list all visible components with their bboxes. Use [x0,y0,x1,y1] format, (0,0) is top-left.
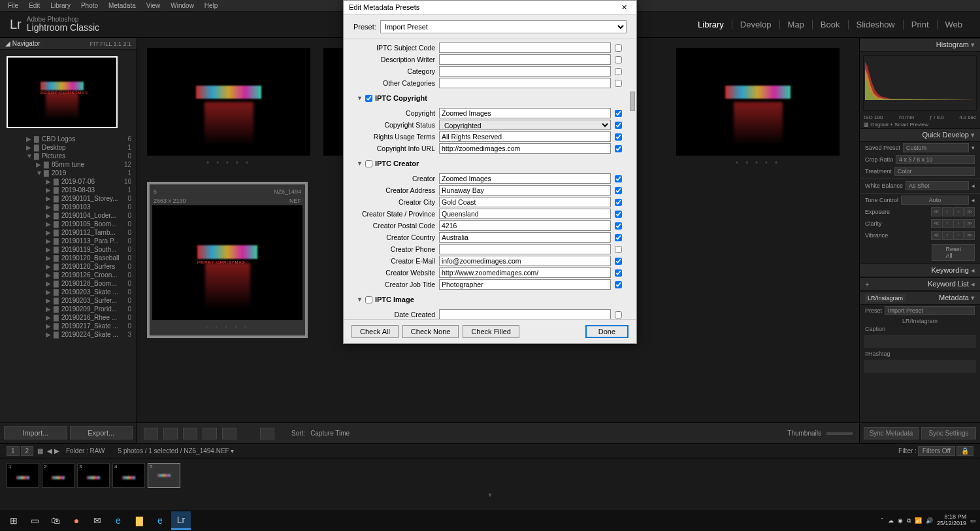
field-include-check[interactable] [615,269,622,277]
thumbnail-size-slider[interactable] [826,432,853,435]
preview-image[interactable]: MERRY CHRISTMAS [7,56,118,128]
folder-row[interactable]: ▶▇Desktop1 [0,143,137,152]
qd-reset[interactable]: Reset All [932,244,975,261]
meta-caption-box[interactable] [864,335,976,348]
filmstrip[interactable]: 1 2 3 4 5 [0,458,980,492]
qd-auto[interactable]: Auto [901,196,969,205]
folder-row[interactable]: ▶▇20190126_Croon...0 [0,271,137,279]
field-input[interactable] [439,197,611,207]
field-include-check[interactable] [615,187,622,194]
field-input[interactable] [439,267,611,278]
folder-row[interactable]: ▶▇20190203_Surfer...0 [0,296,137,305]
metadata-mode[interactable]: LR/Instagram [865,294,906,302]
folder-row[interactable]: ▶▇CBD Logos6 [0,135,137,143]
qd-wb[interactable]: As Shot [906,181,969,190]
tray-cc-icon[interactable]: ◉ [898,517,903,524]
module-slideshow[interactable]: Slideshow [849,20,904,29]
navigator-zoom[interactable]: FIT FILL 1:1 2:1 [90,41,131,47]
sync-metadata-button[interactable]: Sync Metadata [864,427,919,439]
field-include-check[interactable] [615,56,622,63]
close-icon[interactable]: ✕ [617,3,631,12]
folder-row[interactable]: ▶▇20190203_Skate ...0 [0,288,137,296]
tray-up-icon[interactable]: ˄ [881,517,884,524]
survey-view-icon[interactable] [203,428,217,439]
field-include-check[interactable] [615,110,622,117]
menu-metadata[interactable]: Metadata [103,2,141,9]
module-book[interactable]: Book [813,20,849,29]
module-print[interactable]: Print [904,20,938,29]
clock-date[interactable]: 25/12/2019 [937,521,966,527]
grid-thumb[interactable]: • • • • • [676,48,840,169]
menu-help[interactable]: Help [199,2,223,9]
check-all-button[interactable]: Check All [351,325,399,338]
iptc-creator-header[interactable]: IPTC Creator [375,160,419,167]
field-input[interactable] [439,232,611,243]
field-include-check[interactable] [615,44,622,52]
field-include-check[interactable] [615,145,622,152]
grid-thumb[interactable]: • • • • • [147,48,310,169]
import-button[interactable]: Import... [4,426,67,439]
field-input[interactable] [439,78,611,88]
folder-row[interactable]: ▶▇20190112_Tamb...0 [0,228,137,237]
field-include-check[interactable] [615,211,622,218]
field-input[interactable] [439,309,611,320]
field-input[interactable] [439,66,611,77]
tray-onedrive-icon[interactable]: ☁ [888,517,894,524]
film-thumb[interactable]: 2 [42,463,74,488]
field-input[interactable] [439,143,611,154]
task-view-icon[interactable]: ▭ [25,511,44,530]
tray-volume-icon[interactable]: 🔊 [926,517,933,524]
menu-library[interactable]: Library [45,2,76,9]
folder-row[interactable]: ▶▇85mm tune12 [0,160,137,169]
qd-crop[interactable]: 4 x 5 / 8 x 10 [896,155,975,164]
folder-row[interactable]: ▶▇2019-07-0616 [0,177,137,186]
iptc-creator-check[interactable] [365,160,372,167]
film-thumb[interactable]: 3 [77,463,110,488]
lightroom-icon[interactable]: Lr [171,511,191,530]
menu-edit[interactable]: Edit [24,2,45,9]
scrollbar[interactable] [630,92,635,111]
histogram[interactable] [863,55,977,111]
field-input[interactable] [439,43,611,53]
field-input[interactable] [439,209,611,219]
folder-row[interactable]: ▶▇20190105_Boom...0 [0,220,137,228]
film-thumb[interactable]: 4 [112,463,145,488]
loupe-view-icon[interactable] [163,428,178,439]
menu-photo[interactable]: Photo [76,2,103,9]
qd-treat[interactable]: Color [894,167,975,176]
folder-row[interactable]: ▶▇20190224_Skate ...3 [0,330,137,339]
edge-icon[interactable]: e [108,511,128,530]
field-input[interactable] [439,279,611,290]
check-none-button[interactable]: Check None [402,325,459,338]
page-2[interactable]: 2 [21,446,34,456]
notifications-icon[interactable]: ▭ [970,517,976,524]
folder-row[interactable]: ▶▇20190120_Surfers0 [0,262,137,271]
ie-icon[interactable]: e [150,511,170,530]
check-filled-button[interactable]: Check Filled [463,325,519,338]
qd-exposure-btns[interactable]: ≪‹›≫ [931,207,975,216]
people-view-icon[interactable] [222,428,237,439]
field-include-check[interactable] [615,222,622,230]
field-include-check[interactable] [615,175,622,182]
field-include-check[interactable] [615,80,622,87]
folder-row[interactable]: ▶▇201901030 [0,203,137,211]
folder-row[interactable]: ▶▇20190119_South...0 [0,245,137,254]
module-library[interactable]: Library [690,20,732,29]
mail-icon[interactable]: ✉ [88,511,107,530]
field-include-check[interactable] [615,311,622,318]
field-input[interactable] [439,256,611,266]
done-button[interactable]: Done [585,325,629,338]
module-develop[interactable]: Develop [732,20,780,29]
menu-file[interactable]: File [3,2,24,9]
store-icon[interactable]: 🛍 [46,511,65,530]
navigator-header[interactable]: ◢ Navigator FIT FILL 1:1 2:1 [0,38,137,50]
field-input[interactable] [439,185,611,196]
explorer-icon[interactable]: ▇ [129,511,149,530]
qd-vibrance-btns[interactable]: ≪‹›≫ [931,231,975,240]
tray-dropbox-icon[interactable]: ⧉ [907,517,911,524]
folder-row[interactable]: ▶▇20190209_Prorid...0 [0,305,137,313]
folder-row[interactable]: ▶▇20190217_Skate ...0 [0,322,137,330]
folder-row[interactable]: ▼▇20191 [0,169,137,177]
export-button[interactable]: Export... [70,426,133,439]
field-include-check[interactable] [615,68,622,75]
